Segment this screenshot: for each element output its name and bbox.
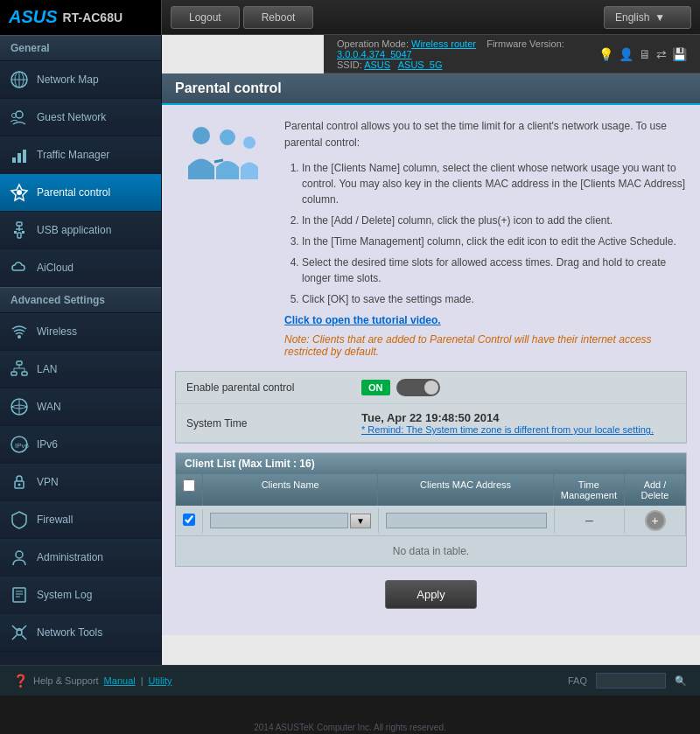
td-time-mgmt: – [555, 508, 625, 533]
sidebar-item-ipv6[interactable]: IPv6 IPv6 [0, 426, 161, 464]
save-icon: 💾 [672, 47, 687, 61]
svg-point-29 [18, 484, 21, 486]
svg-rect-6 [12, 157, 16, 163]
sidebar-label-guest-network: Guest Network [37, 111, 106, 123]
svg-rect-8 [23, 150, 26, 163]
sidebar-item-lan[interactable]: LAN [0, 351, 161, 388]
sidebar-item-vpn[interactable]: VPN [0, 464, 161, 501]
search-icon[interactable]: 🔍 [675, 675, 687, 687]
client-name-input[interactable] [210, 513, 348, 528]
utility-link[interactable]: Utility [149, 675, 172, 686]
step-3: In the [Time Management] column, click t… [302, 234, 687, 249]
apply-button[interactable]: Apply [385, 580, 477, 609]
page-title-bar: Parental control [162, 73, 700, 105]
svg-point-4 [16, 111, 23, 118]
enable-label: Enable parental control [186, 381, 361, 394]
svg-point-35 [17, 630, 22, 635]
sidebar-item-firewall[interactable]: Firewall [0, 501, 161, 539]
sidebar-item-wan[interactable]: WAN [0, 388, 161, 426]
tutorial-link[interactable]: Click to open the tutorial video. [284, 314, 441, 326]
faq-label: FAQ [568, 675, 587, 686]
mac-address-input[interactable] [386, 513, 547, 528]
person-icon: 👤 [619, 47, 634, 61]
footer: ❓ Help & Support Manual | Utility FAQ 🔍 … [0, 665, 700, 696]
main-layout: General Network Map Guest Network Traffi… [0, 35, 700, 665]
svg-point-36 [192, 127, 210, 144]
page-title: Parental control [175, 80, 282, 95]
svg-point-30 [16, 551, 23, 558]
firmware-label: Firmware Version: [486, 38, 564, 49]
status-bar: Operation Mode: Wireless router Firmware… [324, 35, 700, 73]
select-all-checkbox[interactable] [183, 479, 195, 492]
sidebar-label-usb-application: USB application [37, 224, 111, 236]
sidebar-label-system-log: System Log [37, 589, 92, 601]
step-1: In the [Clients Name] column, select the… [302, 160, 687, 207]
op-mode-value[interactable]: Wireless router [411, 38, 476, 49]
sidebar-item-guest-network[interactable]: Guest Network [0, 99, 161, 136]
client-list-header: Client List (Max Limit : 16) [176, 453, 686, 474]
sidebar-label-network-map: Network Map [37, 73, 99, 86]
firewall-icon [9, 509, 30, 530]
time-zone-note[interactable]: * Remind: The System time zone is differ… [361, 424, 676, 435]
client-table: Clients Name Clients MAC Address Time Ma… [176, 474, 686, 566]
sidebar-item-administration[interactable]: Administration [0, 539, 161, 577]
time-mgmt-dash[interactable]: – [585, 513, 593, 528]
operation-mode: Operation Mode: Wireless router Firmware… [337, 38, 598, 59]
sidebar-label-administration: Administration [37, 551, 103, 563]
table-header-row: Clients Name Clients MAC Address Time Ma… [176, 474, 686, 506]
sidebar-item-network-map[interactable]: Network Map [0, 61, 161, 99]
td-mac-address [379, 508, 555, 533]
faq-search-input[interactable] [596, 673, 666, 689]
guest-network-icon [9, 107, 30, 128]
table-input-row: ▼ – + [176, 506, 686, 536]
sidebar-label-lan: LAN [37, 363, 57, 375]
manual-link[interactable]: Manual [104, 675, 136, 686]
no-data-row: No data in table. [176, 536, 686, 566]
sidebar-item-aicloud[interactable]: AiCloud [0, 249, 161, 287]
reboot-button[interactable]: Reboot [243, 6, 314, 29]
system-log-icon [9, 584, 30, 605]
firmware-value[interactable]: 3.0.0.4.374_5047 [337, 49, 412, 59]
sidebar-item-wireless[interactable]: Wireless [0, 313, 161, 351]
language-value: English [615, 11, 649, 24]
form-section: Enable parental control ON System Time T… [175, 371, 687, 444]
add-button[interactable]: + [645, 510, 666, 531]
model-text: RT-AC68U [63, 10, 122, 24]
dropdown-button[interactable]: ▼ [350, 514, 371, 528]
svg-line-39 [214, 160, 223, 162]
sidebar-item-traffic-manager[interactable]: Traffic Manager [0, 136, 161, 174]
step-2: In the [Add / Delete] column, click the … [302, 213, 687, 228]
advanced-section-header: Advanced Settings [0, 287, 161, 313]
svg-rect-31 [13, 588, 25, 602]
svg-point-9 [17, 190, 22, 195]
footer-left: ❓ Help & Support Manual | Utility [13, 674, 172, 688]
svg-rect-7 [18, 153, 21, 163]
svg-rect-17 [17, 361, 22, 365]
wan-icon [9, 396, 30, 417]
ssid-5g[interactable]: ASUS_5G [398, 59, 443, 70]
vpn-icon [9, 472, 30, 493]
content-body: Parental control allows you to set the t… [162, 105, 700, 635]
svg-point-37 [220, 129, 235, 145]
status-bar-content: Operation Mode: Wireless router Firmware… [337, 38, 598, 70]
language-selector[interactable]: English ▼ [604, 6, 691, 29]
sidebar-label-wireless: Wireless [37, 325, 77, 338]
monitor-icon: 🖥 [639, 47, 651, 61]
info-text-area: Parental control allows you to set the t… [284, 118, 687, 358]
lan-icon [9, 359, 30, 380]
sidebar-item-usb-application[interactable]: USB application [0, 212, 161, 249]
footer-separator: | [141, 675, 144, 686]
sidebar-label-traffic-manager: Traffic Manager [37, 149, 109, 161]
th-mac-address: Clients MAC Address [378, 474, 553, 506]
sidebar-item-parental-control[interactable]: Parental control [0, 174, 161, 212]
sidebar-item-network-tools[interactable]: Network Tools [0, 614, 161, 652]
row-checkbox[interactable] [183, 514, 195, 526]
client-list-section: Client List (Max Limit : 16) Clients Nam… [175, 452, 687, 567]
toggle-slider[interactable] [396, 379, 440, 396]
logout-button[interactable]: Logout [171, 6, 240, 29]
top-buttons: Logout Reboot [171, 6, 313, 29]
toggle-knob [424, 381, 438, 395]
sidebar-item-system-log[interactable]: System Log [0, 577, 161, 614]
ssid-2g[interactable]: ASUS [364, 59, 390, 70]
td-add-del: + [625, 506, 686, 535]
